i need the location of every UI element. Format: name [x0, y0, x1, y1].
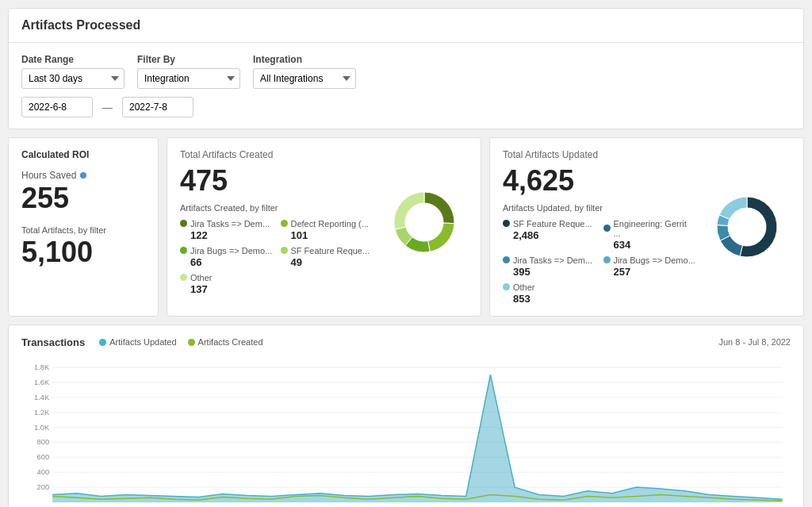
legend-value: 66 [180, 256, 273, 268]
legend-value: 257 [603, 266, 696, 278]
legend-text: Defect Reporting (... [291, 219, 369, 229]
total-artifacts-label: Total Artifacts, by filter [21, 225, 145, 235]
tx-legend-updated-label: Artifacts Updated [109, 337, 176, 347]
legend-dot [180, 220, 187, 227]
artifacts-updated-filter-label: Artifacts Updated, by filter [503, 203, 695, 213]
artifacts-updated-left: Total Artifacts Updated 4,625 Artifacts … [503, 149, 695, 305]
legend-text: SF Feature Reque... [291, 246, 370, 255]
legend-dot [603, 225, 611, 232]
tx-dot-created [188, 339, 195, 346]
artifacts-created-chart [381, 149, 468, 295]
legend-text: Other [513, 282, 535, 292]
filter-by-group: Filter By Integration User Team [137, 54, 240, 89]
legend-dot [180, 274, 187, 281]
svg-text:1.0K: 1.0K [34, 423, 49, 431]
date-end-input[interactable] [122, 97, 193, 117]
integration-group: Integration All Integrations Jira SF Ger… [253, 54, 356, 89]
date-range-label: Date Range [21, 54, 124, 65]
legend-text: SF Feature Reque... [513, 219, 592, 229]
legend-label: Other [503, 282, 596, 292]
artifacts-created-total: 475 [180, 165, 373, 197]
legend-text: Jira Tasks => Dem... [190, 219, 270, 229]
legend-label: Jira Tasks => Dem... [180, 219, 273, 229]
artifacts-created-filter-label: Artifacts Created, by filter [180, 203, 373, 213]
page-title: Artifacts Processed [9, 9, 803, 43]
legend-dot [503, 256, 510, 263]
legend-text: Jira Bugs => Demo... [614, 255, 695, 265]
tx-title-row: Transactions Artifacts Updated Artifacts… [21, 336, 263, 348]
svg-text:400: 400 [37, 468, 49, 476]
artifacts-created-title: Total Artifacts Created [180, 149, 373, 160]
total-artifacts-value: 5,100 [21, 236, 145, 268]
legend-text: Engineering: Gerrit ... [614, 219, 696, 238]
roi-card: Calculated ROI Hours Saved 255 Total Art… [8, 137, 159, 317]
legend-dot [281, 247, 288, 254]
transactions-chart-svg: 1.8K1.6K1.4K1.2K1.0K800600400200 [21, 359, 791, 507]
tx-legend-created: Artifacts Created [188, 337, 263, 347]
legend-label: Engineering: Gerrit ... [603, 219, 696, 238]
filters-section: Date Range Last 30 days Last 7 days Last… [9, 43, 803, 129]
legend-value: 395 [503, 266, 596, 278]
legend-value: 634 [603, 239, 696, 251]
stats-row: Calculated ROI Hours Saved 255 Total Art… [8, 137, 804, 317]
date-range-select[interactable]: Last 30 days Last 7 days Last 90 days [21, 68, 124, 89]
transactions-card: Transactions Artifacts Updated Artifacts… [8, 325, 804, 507]
legend-label: Other [180, 273, 273, 282]
legend-item: Engineering: Gerrit ... 634 [603, 219, 696, 251]
tx-legend-created-label: Artifacts Created [198, 337, 263, 347]
legend-dot [281, 220, 288, 227]
legend-text: Other [190, 273, 213, 282]
legend-label: Jira Bugs => Demo... [603, 255, 696, 265]
svg-text:800: 800 [37, 438, 49, 446]
artifacts-created-legend: Jira Tasks => Dem... 122 Defect Reportin… [180, 219, 373, 295]
legend-label: Jira Tasks => Dem... [503, 255, 596, 265]
legend-dot [180, 247, 187, 254]
legend-item: Jira Bugs => Demo... 257 [603, 255, 696, 278]
artifacts-updated-inner: Total Artifacts Updated 4,625 Artifacts … [503, 149, 791, 305]
legend-value: 101 [281, 229, 373, 241]
legend-text: Jira Tasks => Dem... [513, 255, 592, 265]
tx-dot-updated [99, 339, 106, 346]
legend-item: Other 137 [180, 273, 273, 295]
hours-saved-dot [80, 172, 86, 179]
legend-label: Jira Bugs => Demo... [180, 246, 273, 255]
legend-dot [603, 256, 611, 263]
artifacts-updated-title: Total Artifacts Updated [503, 149, 695, 160]
integration-select[interactable]: All Integrations Jira SF Gerrit [253, 68, 356, 89]
filters-row1: Date Range Last 30 days Last 7 days Last… [21, 54, 791, 89]
date-start-input[interactable] [21, 97, 93, 117]
legend-value: 2,486 [503, 229, 596, 241]
legend-label: SF Feature Reque... [281, 246, 373, 255]
date-range-group: Date Range Last 30 days Last 7 days Last… [21, 54, 124, 89]
integration-label: Integration [253, 54, 356, 65]
artifacts-updated-legend: SF Feature Reque... 2,486 Engineering: G… [503, 219, 695, 305]
tx-title: Transactions [21, 336, 85, 348]
filter-by-label: Filter By [137, 54, 240, 65]
artifacts-created-inner: Total Artifacts Created 475 Artifacts Cr… [180, 149, 468, 295]
artifacts-created-left: Total Artifacts Created 475 Artifacts Cr… [180, 149, 373, 295]
legend-item: SF Feature Reque... 49 [281, 246, 373, 268]
legend-value: 853 [503, 293, 596, 305]
filters-row2: — [21, 97, 791, 117]
tx-legend-updated: Artifacts Updated [99, 337, 176, 347]
legend-label: Defect Reporting (... [281, 219, 373, 229]
tx-header: Transactions Artifacts Updated Artifacts… [21, 336, 791, 348]
date-separator: — [99, 102, 116, 113]
legend-dot [503, 283, 510, 290]
svg-text:1.2K: 1.2K [34, 408, 49, 416]
legend-text: Jira Bugs => Demo... [190, 246, 272, 255]
legend-value: 137 [180, 283, 273, 295]
legend-value: 49 [281, 256, 373, 268]
artifacts-updated-total: 4,625 [503, 165, 695, 197]
svg-text:1.8K: 1.8K [34, 363, 49, 371]
roi-title: Calculated ROI [21, 149, 145, 160]
legend-dot [503, 220, 510, 227]
legend-item: Jira Tasks => Dem... 122 [180, 219, 273, 241]
artifacts-created-card: Total Artifacts Created 475 Artifacts Cr… [167, 137, 481, 317]
filter-by-select[interactable]: Integration User Team [137, 68, 240, 89]
legend-item: Other 853 [503, 282, 596, 305]
hours-saved-label: Hours Saved [21, 170, 145, 181]
svg-text:1.6K: 1.6K [34, 378, 49, 386]
artifacts-updated-chart [703, 149, 791, 305]
hours-saved-value: 255 [21, 182, 145, 214]
